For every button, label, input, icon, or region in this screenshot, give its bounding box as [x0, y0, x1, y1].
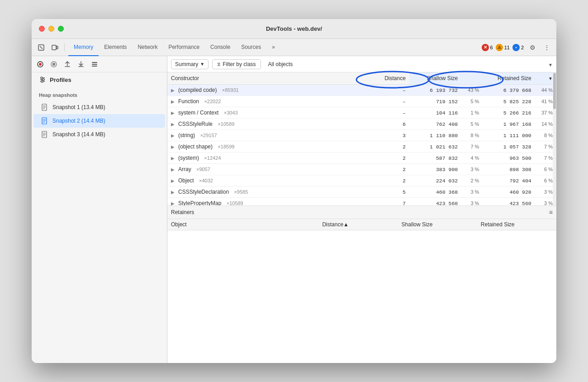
titlebar: DevTools - web.dev/ — [32, 19, 556, 39]
shallow-size-cell: 587 832 — [409, 153, 461, 164]
retainers-object-header[interactable]: Object — [167, 219, 318, 230]
retainers-retained-header[interactable]: Retained Size — [477, 219, 556, 230]
all-objects-button[interactable]: All objects — [265, 60, 297, 69]
record-icon[interactable] — [35, 59, 45, 69]
constructor-cell: ▶CSSStyleDeclaration ×9585 — [167, 186, 376, 198]
error-count[interactable]: ✕ 6 — [482, 44, 493, 51]
shallow-pct-cell: 3 % — [461, 164, 483, 175]
constructor-cell: ▶(compiled code) ×85931 — [167, 85, 376, 96]
tab-network[interactable]: Network — [132, 39, 163, 56]
tab-more[interactable]: » — [266, 39, 280, 56]
retained-size-header[interactable]: Retained Size — [483, 72, 535, 85]
snapshot3-icon — [41, 130, 49, 138]
retained-size-cell: 1 111 000 — [483, 130, 535, 141]
svg-rect-8 — [92, 62, 97, 63]
content-toolbar: Summary ▼ ⧖ Filter by class All objects … — [167, 56, 556, 72]
retained-size-cell: 1 967 168 — [483, 119, 535, 130]
table-row[interactable]: ▶CSSStyleRule ×105896762 4085 %1 967 168… — [167, 119, 556, 130]
more-icon[interactable]: ⋮ — [541, 42, 553, 53]
distance-cell: 2 — [376, 153, 409, 164]
tab-sources[interactable]: Sources — [236, 39, 266, 56]
table-row[interactable]: ▶(compiled code) ×85931–6 193 73243 %6 3… — [167, 85, 556, 96]
device-icon[interactable] — [49, 42, 61, 53]
error-icon: ✕ — [482, 44, 489, 51]
close-button[interactable] — [39, 26, 45, 32]
scrollbar-track[interactable] — [553, 72, 556, 205]
table-row[interactable]: ▶Function ×22022–719 1525 %5 825 22841 % — [167, 96, 556, 107]
minimize-button[interactable] — [48, 26, 54, 32]
settings-icon[interactable]: ⚙ — [526, 42, 538, 53]
table-row[interactable]: ▶Array ×90572383 9003 %898 3086 % — [167, 164, 556, 175]
shallow-pct-cell: 5 % — [461, 96, 483, 107]
table-row[interactable]: ▶(string) ×2915731 110 8808 %1 111 0008 … — [167, 130, 556, 141]
warning-count[interactable]: ⚠ 11 — [496, 44, 510, 51]
distance-cell: 2 — [376, 141, 409, 153]
table-row[interactable]: ▶CSSStyleDeclaration ×95855460 3683 %460… — [167, 186, 556, 198]
constructor-cell: ▶(string) ×29157 — [167, 130, 376, 141]
tab-memory[interactable]: Memory — [68, 39, 99, 56]
content-dropdown-icon[interactable]: ▼ — [548, 62, 553, 67]
tab-console[interactable]: Console — [205, 39, 236, 56]
retained-size-cell: 6 379 668 — [483, 85, 535, 96]
tab-performance[interactable]: Performance — [163, 39, 205, 56]
content-area: Summary ▼ ⧖ Filter by class All objects … — [167, 56, 556, 363]
retainers-table-header: Object Distance▲ Shallow Size Retained S… — [167, 219, 556, 230]
maximize-button[interactable] — [58, 26, 64, 32]
shallow-pct-cell: 8 % — [461, 130, 483, 141]
info-icon: ▪ — [512, 44, 520, 51]
main-area: Profiles Heap snapshots Snapshot 1 (13.4… — [32, 56, 556, 363]
distance-cell: – — [376, 107, 409, 119]
shallow-size-header[interactable]: Shallow Size — [409, 72, 461, 85]
svg-point-14 — [43, 79, 44, 81]
retainers-shallow-header[interactable]: Shallow Size — [398, 219, 477, 230]
distance-cell: 7 — [376, 198, 409, 205]
shallow-pct-cell: 3 % — [461, 198, 483, 205]
distance-cell: 3 — [376, 130, 409, 141]
main-toolbar: Memory Elements Network Performance Cons… — [32, 39, 556, 56]
filter-button[interactable]: ⧖ Filter by class — [212, 59, 261, 69]
svg-rect-9 — [92, 64, 97, 65]
pointer-icon[interactable] — [35, 42, 47, 53]
table-row[interactable]: ▶StylePropertyMap ×105897423 5603 %423 5… — [167, 198, 556, 205]
info-count[interactable]: ▪ 2 — [512, 44, 524, 51]
snapshot-active-icon — [41, 117, 49, 125]
table-row[interactable]: ▶(system) ×124242587 8324 %963 5007 % — [167, 153, 556, 164]
upload-icon[interactable] — [62, 59, 72, 69]
shallow-size-cell: 1 110 880 — [409, 130, 461, 141]
shallow-size-cell: 104 116 — [409, 107, 461, 119]
sidebar-item-snapshot1[interactable]: Snapshot 1 (13.4 MB) — [33, 100, 165, 114]
table-row[interactable]: ▶(object shape) ×1859921 021 6327 %1 057… — [167, 141, 556, 153]
retained-size-cell: 963 500 — [483, 153, 535, 164]
heap-table-container[interactable]: Constructor Distance Shallow Size Retain… — [167, 72, 556, 205]
stop-icon[interactable] — [49, 59, 59, 69]
svg-rect-3 — [57, 46, 58, 49]
download-icon[interactable] — [76, 59, 86, 69]
constructor-cell: ▶(object shape) ×18599 — [167, 141, 376, 153]
summary-dropdown[interactable]: Summary ▼ — [171, 59, 209, 69]
constructor-cell: ▶system / Context ×3043 — [167, 107, 376, 119]
distance-cell: 2 — [376, 175, 409, 186]
shallow-pct-cell: 5 % — [461, 119, 483, 130]
profiles-label: Profiles — [32, 72, 167, 87]
dropdown-arrow-icon: ▼ — [200, 62, 204, 67]
sidebar-toolbar — [32, 56, 167, 72]
content-wrapper: Summary ▼ ⧖ Filter by class All objects … — [167, 56, 556, 363]
settings2-icon[interactable] — [90, 59, 100, 69]
distance-cell: 2 — [376, 164, 409, 175]
table-row[interactable]: ▶system / Context ×3043–104 1161 %5 266 … — [167, 107, 556, 119]
tab-elements[interactable]: Elements — [99, 39, 132, 56]
scrollbar-thumb[interactable] — [553, 73, 556, 109]
retainers-menu-icon[interactable]: ≡ — [549, 209, 553, 216]
sort-icon[interactable]: ▼ — [548, 76, 553, 81]
constructor-cell: ▶Array ×9057 — [167, 164, 376, 175]
sidebar-item-snapshot2[interactable]: Snapshot 2 (14.4 MB) — [33, 114, 165, 128]
sliders-icon — [39, 76, 46, 83]
sidebar-item-snapshot3[interactable]: Snapshot 3 (14.4 MB) — [33, 128, 165, 141]
nav-tabs: Memory Elements Network Performance Cons… — [68, 39, 280, 56]
retainers-distance-header[interactable]: Distance▲ — [318, 219, 398, 230]
constructor-header[interactable]: Constructor — [167, 72, 376, 85]
distance-header[interactable]: Distance — [376, 72, 409, 85]
constructor-cell: ▶StylePropertyMap ×10589 — [167, 198, 376, 205]
table-row[interactable]: ▶Object ×40322224 0322 %792 4046 % — [167, 175, 556, 186]
retained-size-cell: 5 825 228 — [483, 96, 535, 107]
